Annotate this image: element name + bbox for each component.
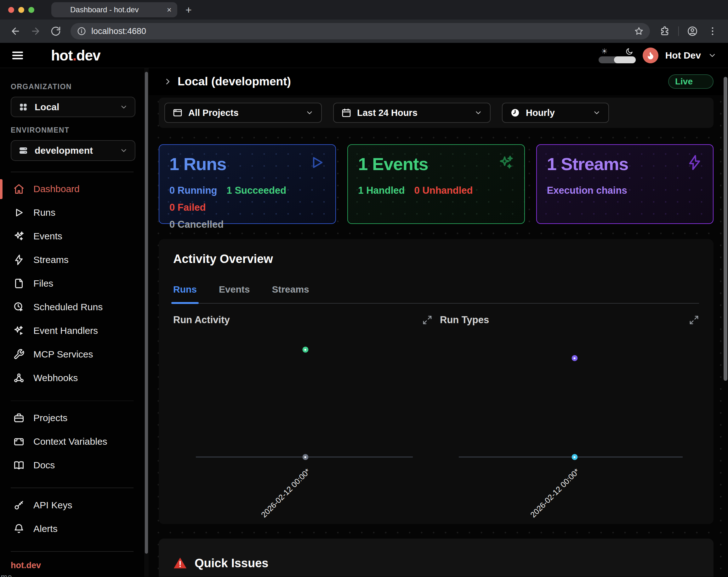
organization-label: ORGANIZATION bbox=[11, 82, 144, 91]
sidebar-scrollbar[interactable] bbox=[144, 68, 149, 577]
user-name[interactable]: Hot Dev bbox=[665, 50, 701, 61]
events-card[interactable]: 1 Events 1 Handled 0 Unhandled bbox=[347, 144, 525, 224]
run-activity-plot: 2026-02-12 00:00* bbox=[173, 326, 432, 515]
activity-overview-panel: Activity Overview Runs Events Streams Ru… bbox=[159, 239, 713, 524]
sidebar-item-webhooks[interactable]: Webhooks bbox=[0, 366, 144, 390]
sparkles-play-icon bbox=[13, 325, 25, 336]
live-badge[interactable]: Live bbox=[668, 74, 713, 89]
sidebar-item-scheduled-runs[interactable]: Scheduled Runs bbox=[0, 296, 144, 319]
tab-runs[interactable]: Runs bbox=[173, 284, 197, 303]
chevron-down-icon bbox=[120, 103, 128, 111]
theme-toggle[interactable]: ☀ bbox=[599, 48, 636, 63]
sidebar-item-label: Event Handlers bbox=[33, 325, 98, 336]
sidebar: ORGANIZATION Local ENVIRONMENT developme… bbox=[0, 68, 144, 577]
quick-issues-title: Quick Issues bbox=[194, 556, 268, 570]
sun-icon: ☀ bbox=[601, 48, 608, 56]
sidebar-item-events[interactable]: Events bbox=[0, 225, 144, 248]
sidebar-brand-link[interactable]: hot.dev bbox=[0, 552, 144, 572]
sidebar-item-alerts[interactable]: Alerts bbox=[0, 517, 144, 541]
expand-icon[interactable] bbox=[422, 315, 432, 325]
play-icon bbox=[13, 207, 25, 218]
chevron-right-icon[interactable] bbox=[163, 77, 173, 86]
warning-triangle-icon bbox=[173, 556, 187, 570]
runs-card-title: 1 Runs bbox=[170, 154, 325, 174]
time-range-select[interactable]: Last 24 Hours bbox=[333, 103, 491, 123]
sidebar-scrollbar-thumb[interactable] bbox=[145, 72, 148, 554]
environment-label: ENVIRONMENT bbox=[11, 126, 144, 134]
tab-events[interactable]: Events bbox=[219, 284, 250, 303]
clipped-status-text: me bbox=[0, 572, 144, 577]
activity-overview-title: Activity Overview bbox=[173, 252, 699, 266]
screen: Dashboard - hot.dev × + localhost:4680 h… bbox=[0, 0, 728, 577]
sidebar-item-label: Alerts bbox=[33, 524, 58, 534]
sidebar-item-label: API Keys bbox=[33, 500, 72, 510]
tab-close-icon[interactable]: × bbox=[167, 5, 172, 15]
data-point-type-2[interactable] bbox=[572, 454, 577, 460]
live-flame-icon bbox=[697, 77, 707, 86]
sidebar-item-label: Projects bbox=[33, 412, 68, 423]
bolt-icon bbox=[13, 254, 25, 266]
environment-value: development bbox=[35, 145, 113, 156]
hamburger-menu-icon[interactable] bbox=[11, 49, 24, 62]
chevron-down-icon bbox=[474, 109, 483, 117]
sidebar-item-label: Files bbox=[33, 278, 53, 289]
menu-kebab-icon[interactable] bbox=[707, 26, 718, 36]
bookmark-star-icon[interactable] bbox=[634, 26, 644, 36]
chevron-down-icon bbox=[120, 147, 128, 155]
sidebar-item-files[interactable]: Files bbox=[0, 272, 144, 296]
sidebar-item-dashboard[interactable]: Dashboard bbox=[0, 177, 144, 201]
events-unhandled: 0 Unhandled bbox=[414, 185, 473, 196]
briefcase-icon bbox=[13, 412, 25, 424]
organization-select[interactable]: Local bbox=[11, 97, 135, 117]
environment-select[interactable]: development bbox=[11, 140, 135, 160]
expand-icon[interactable] bbox=[689, 315, 699, 325]
forward-icon[interactable] bbox=[30, 26, 41, 36]
sidebar-item-runs[interactable]: Runs bbox=[0, 201, 144, 225]
brand-logo[interactable]: hot.dev bbox=[32, 47, 100, 64]
sidebar-item-label: Events bbox=[33, 231, 62, 242]
theme-switch-knob[interactable] bbox=[614, 56, 635, 63]
tab-streams[interactable]: Streams bbox=[272, 284, 309, 303]
wrench-icon bbox=[13, 349, 25, 360]
streams-subtitle: Execution chains bbox=[547, 185, 627, 196]
webhook-icon bbox=[13, 372, 25, 384]
sidebar-item-streams[interactable]: Streams bbox=[0, 248, 144, 272]
streams-card-title: 1 Streams bbox=[547, 154, 703, 174]
close-window-button[interactable] bbox=[8, 7, 14, 13]
extensions-icon[interactable] bbox=[659, 26, 670, 36]
chevron-down-icon[interactable] bbox=[708, 51, 717, 60]
breadcrumb-row: Local (development) Live bbox=[149, 68, 728, 95]
avatar[interactable] bbox=[643, 48, 658, 63]
sidebar-item-projects[interactable]: Projects bbox=[0, 406, 144, 430]
data-point-succeeded[interactable] bbox=[302, 347, 308, 353]
sidebar-nav-settings: API Keys Alerts bbox=[0, 493, 144, 541]
sidebar-item-api-keys[interactable]: API Keys bbox=[0, 493, 144, 517]
profile-icon[interactable] bbox=[687, 26, 698, 36]
clock-icon bbox=[510, 108, 520, 118]
new-tab-button[interactable]: + bbox=[185, 4, 192, 16]
granularity-select[interactable]: Hourly bbox=[502, 103, 609, 123]
live-badge-label: Live bbox=[675, 77, 693, 86]
url-text[interactable]: localhost:4680 bbox=[91, 26, 629, 36]
sidebar-item-docs[interactable]: Docs bbox=[0, 453, 144, 477]
moon-icon bbox=[625, 48, 633, 56]
wallet-icon bbox=[13, 436, 25, 447]
browser-tab[interactable]: Dashboard - hot.dev × bbox=[51, 2, 177, 17]
zoom-window-button[interactable] bbox=[28, 7, 34, 13]
back-icon[interactable] bbox=[10, 26, 21, 36]
data-point-type-1[interactable] bbox=[572, 355, 577, 361]
theme-switch[interactable] bbox=[599, 56, 636, 63]
omnibox[interactable]: localhost:4680 bbox=[71, 23, 650, 40]
sidebar-item-event-handlers[interactable]: Event Handlers bbox=[0, 319, 144, 343]
runs-card[interactable]: 1 Runs 0 Running 1 Succeeded 0 Failed 0 … bbox=[159, 144, 336, 224]
page-scrollbar-thumb[interactable] bbox=[724, 77, 727, 381]
site-info-icon[interactable] bbox=[77, 26, 86, 36]
streams-card[interactable]: 1 Streams Execution chains bbox=[536, 144, 713, 224]
data-point-baseline[interactable] bbox=[302, 454, 308, 460]
reload-icon[interactable] bbox=[50, 26, 61, 36]
projects-filter-select[interactable]: All Projects bbox=[164, 103, 322, 123]
sidebar-item-mcp-services[interactable]: MCP Services bbox=[0, 343, 144, 366]
book-open-icon bbox=[13, 459, 25, 471]
sidebar-item-context-variables[interactable]: Context Variables bbox=[0, 430, 144, 453]
minimize-window-button[interactable] bbox=[18, 7, 24, 13]
